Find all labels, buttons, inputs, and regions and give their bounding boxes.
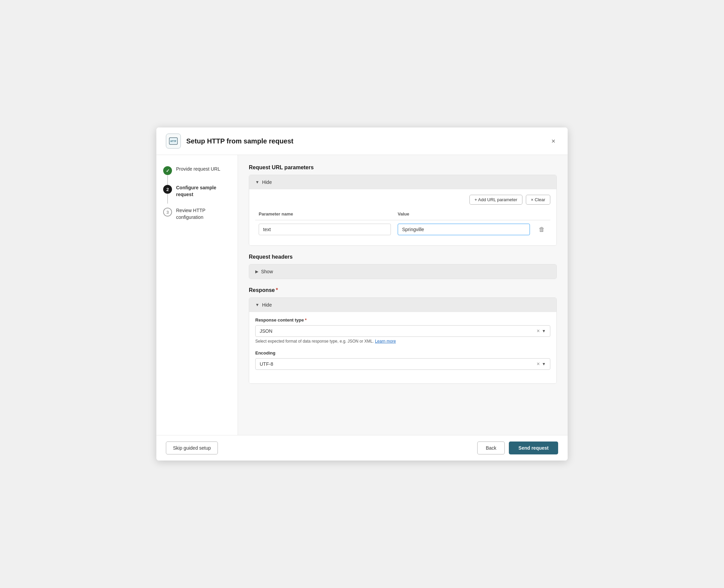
col-actions-header [533, 209, 550, 220]
col-value-header: Value [394, 209, 533, 220]
response-title: Response* [249, 287, 557, 293]
http-icon: HTTP [166, 134, 181, 149]
url-params-title: Request URL parameters [249, 165, 557, 171]
main-content: Request URL parameters ▼ Hide + Add URL … [238, 155, 568, 435]
content-type-value: JSON [260, 328, 537, 334]
headers-collapse-label: Show [261, 269, 273, 274]
step-1-circle: ✓ [163, 166, 172, 175]
response-body: Response content type* JSON × ▼ Select e… [249, 312, 556, 383]
url-params-panel: ▼ Hide + Add URL parameter × Clear Param… [249, 175, 557, 246]
url-params-collapse-header[interactable]: ▼ Hide [249, 175, 556, 189]
close-button[interactable]: × [549, 136, 558, 146]
modal-footer: Skip guided setup Back Send request [156, 435, 568, 461]
encoding-label: Encoding [255, 350, 550, 356]
response-panel: ▼ Hide Response content type* JSON × [249, 297, 557, 384]
content-type-group: Response content type* JSON × ▼ Select e… [255, 317, 550, 344]
footer-right: Back Send request [477, 442, 558, 454]
modal-title: Setup HTTP from sample request [186, 137, 549, 145]
step-2-label: Configure sample request [176, 185, 231, 198]
response-collapse-header[interactable]: ▼ Hide [249, 298, 556, 312]
skip-guided-setup-button[interactable]: Skip guided setup [166, 442, 218, 454]
response-arrow: ▼ [255, 302, 259, 307]
headers-panel: ▶ Show [249, 264, 557, 279]
response-collapse-label: Hide [262, 302, 272, 308]
encoding-select[interactable]: UTF-8 × ▼ [255, 358, 550, 370]
params-table: Parameter name Value [255, 209, 550, 239]
learn-more-link[interactable]: Learn more [375, 339, 396, 344]
sidebar: ✓ Provide request URL 2 Configure sample… [156, 155, 238, 435]
modal: HTTP Setup HTTP from sample request × ✓ … [156, 127, 568, 461]
encoding-clear-button[interactable]: × [537, 361, 540, 367]
content-type-required-star: * [305, 317, 307, 323]
step-2-circle: 2 [163, 185, 172, 194]
content-type-hint: Select expected format of data response … [255, 339, 550, 344]
back-button[interactable]: Back [477, 442, 505, 454]
step-1: ✓ Provide request URL [163, 166, 231, 175]
step-3-label: Review HTTP configuration [176, 207, 231, 221]
param-name-input[interactable] [259, 224, 391, 235]
param-value-cell [394, 220, 533, 239]
headers-title: Request headers [249, 254, 557, 260]
encoding-select-controls: × ▼ [537, 361, 546, 367]
clear-button[interactable]: × Clear [526, 195, 550, 205]
delete-param-button[interactable]: 🗑 [537, 225, 547, 235]
content-type-dropdown-arrow: ▼ [542, 329, 546, 333]
url-params-collapse-label: Hide [262, 179, 272, 185]
modal-header: HTTP Setup HTTP from sample request × [156, 127, 568, 155]
send-request-button[interactable]: Send request [509, 442, 558, 454]
content-type-select[interactable]: JSON × ▼ [255, 325, 550, 337]
encoding-dropdown-arrow: ▼ [542, 362, 546, 366]
content-type-label: Response content type* [255, 317, 550, 323]
url-params-arrow: ▼ [255, 180, 259, 185]
col-name-header: Parameter name [255, 209, 394, 220]
encoding-group: Encoding UTF-8 × ▼ [255, 350, 550, 370]
response-required-star: * [276, 287, 278, 293]
step-3: 3 Review HTTP configuration [163, 207, 231, 221]
headers-arrow: ▶ [255, 269, 258, 274]
step-1-label: Provide request URL [176, 166, 220, 173]
params-toolbar: + Add URL parameter × Clear [255, 195, 550, 205]
param-value-input[interactable] [398, 224, 530, 235]
param-delete-cell: 🗑 [533, 220, 550, 239]
select-controls: × ▼ [537, 328, 546, 334]
step-3-circle: 3 [163, 208, 172, 217]
url-params-body: + Add URL parameter × Clear Parameter na… [249, 189, 556, 245]
content-type-clear-button[interactable]: × [537, 328, 540, 334]
headers-collapse-header[interactable]: ▶ Show [249, 264, 556, 279]
add-url-param-button[interactable]: + Add URL parameter [469, 195, 522, 205]
encoding-value: UTF-8 [260, 361, 537, 367]
modal-body: ✓ Provide request URL 2 Configure sample… [156, 155, 568, 435]
step-2: 2 Configure sample request [163, 185, 231, 198]
param-name-cell [255, 220, 394, 239]
svg-text:HTTP: HTTP [171, 140, 176, 143]
table-row: 🗑 [255, 220, 550, 239]
